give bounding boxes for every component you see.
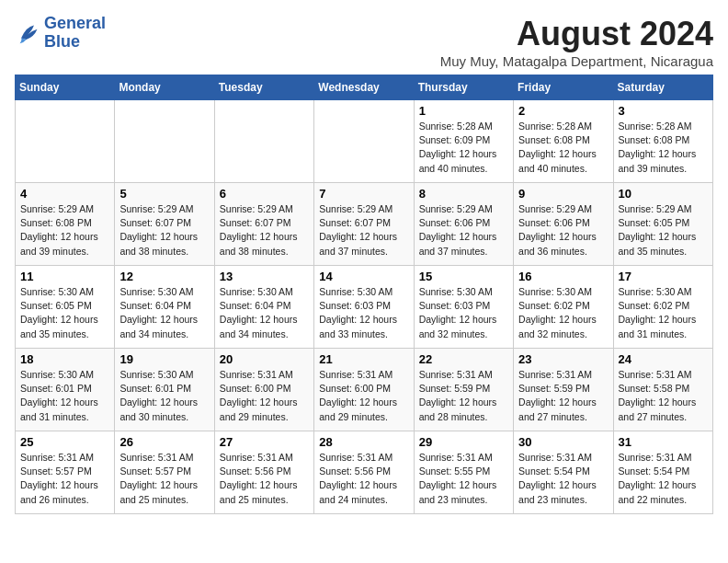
- day-number: 9: [518, 187, 608, 201]
- header: General Blue August 2024 Muy Muy, Mataga…: [15, 15, 713, 69]
- day-info: Sunrise: 5:29 AM Sunset: 6:07 PM Dayligh…: [220, 202, 309, 259]
- weekday-header-monday: Monday: [115, 75, 214, 100]
- day-number: 8: [419, 187, 508, 201]
- calendar-cell: [16, 100, 115, 183]
- weekday-header-sunday: Sunday: [16, 75, 115, 100]
- day-info: Sunrise: 5:30 AM Sunset: 6:03 PM Dayligh…: [319, 285, 408, 341]
- day-number: 3: [619, 104, 708, 118]
- day-info: Sunrise: 5:29 AM Sunset: 6:06 PM Dayligh…: [419, 202, 508, 259]
- calendar-cell: 25Sunrise: 5:31 AM Sunset: 5:57 PM Dayli…: [16, 431, 115, 514]
- calendar-cell: 21Sunrise: 5:31 AM Sunset: 6:00 PM Dayli…: [314, 349, 414, 431]
- calendar-cell: 10Sunrise: 5:29 AM Sunset: 6:05 PM Dayli…: [613, 183, 712, 266]
- day-info: Sunrise: 5:31 AM Sunset: 5:58 PM Dayligh…: [619, 368, 708, 424]
- calendar-cell: 17Sunrise: 5:30 AM Sunset: 6:02 PM Dayli…: [613, 266, 712, 349]
- day-info: Sunrise: 5:31 AM Sunset: 5:54 PM Dayligh…: [518, 451, 608, 507]
- day-number: 16: [518, 270, 608, 283]
- calendar-cell: 30Sunrise: 5:31 AM Sunset: 5:54 PM Dayli…: [514, 431, 613, 514]
- calendar-cell: 6Sunrise: 5:29 AM Sunset: 6:07 PM Daylig…: [214, 183, 313, 266]
- day-info: Sunrise: 5:30 AM Sunset: 6:01 PM Dayligh…: [119, 368, 209, 424]
- calendar-cell: 20Sunrise: 5:31 AM Sunset: 6:00 PM Dayli…: [214, 349, 313, 431]
- day-info: Sunrise: 5:31 AM Sunset: 5:59 PM Dayligh…: [518, 368, 608, 424]
- day-number: 12: [119, 270, 209, 283]
- calendar-cell: 7Sunrise: 5:29 AM Sunset: 6:07 PM Daylig…: [314, 183, 414, 266]
- day-number: 11: [20, 270, 109, 283]
- calendar-cell: 28Sunrise: 5:31 AM Sunset: 5:56 PM Dayli…: [314, 431, 414, 514]
- calendar-cell: [314, 100, 414, 183]
- title-area: August 2024 Muy Muy, Matagalpa Departmen…: [440, 15, 713, 69]
- weekday-header-row: SundayMondayTuesdayWednesdayThursdayFrid…: [16, 75, 713, 100]
- day-number: 19: [119, 352, 209, 366]
- day-number: 14: [319, 270, 408, 283]
- calendar-table: SundayMondayTuesdayWednesdayThursdayFrid…: [15, 75, 713, 514]
- week-row-2: 4Sunrise: 5:29 AM Sunset: 6:08 PM Daylig…: [16, 183, 713, 266]
- day-info: Sunrise: 5:31 AM Sunset: 5:57 PM Dayligh…: [20, 451, 109, 507]
- weekday-header-friday: Friday: [514, 75, 613, 100]
- day-number: 4: [20, 187, 109, 201]
- calendar-cell: 13Sunrise: 5:30 AM Sunset: 6:04 PM Dayli…: [214, 266, 313, 349]
- day-number: 26: [119, 435, 209, 449]
- calendar-cell: 5Sunrise: 5:29 AM Sunset: 6:07 PM Daylig…: [115, 183, 214, 266]
- calendar-cell: 8Sunrise: 5:29 AM Sunset: 6:06 PM Daylig…: [414, 183, 513, 266]
- calendar-cell: 16Sunrise: 5:30 AM Sunset: 6:02 PM Dayli…: [514, 266, 613, 349]
- calendar-cell: [214, 100, 313, 183]
- calendar-cell: 22Sunrise: 5:31 AM Sunset: 5:59 PM Dayli…: [414, 349, 513, 431]
- logo-icon: [15, 20, 40, 46]
- day-number: 10: [619, 187, 708, 201]
- day-info: Sunrise: 5:29 AM Sunset: 6:08 PM Dayligh…: [20, 202, 109, 259]
- day-info: Sunrise: 5:31 AM Sunset: 5:56 PM Dayligh…: [220, 451, 309, 507]
- calendar-cell: 3Sunrise: 5:28 AM Sunset: 6:08 PM Daylig…: [613, 100, 712, 183]
- calendar-cell: [115, 100, 214, 183]
- calendar-cell: 14Sunrise: 5:30 AM Sunset: 6:03 PM Dayli…: [314, 266, 414, 349]
- calendar-title: August 2024: [440, 15, 713, 53]
- day-number: 6: [220, 187, 309, 201]
- calendar-cell: 27Sunrise: 5:31 AM Sunset: 5:56 PM Dayli…: [214, 431, 313, 514]
- day-info: Sunrise: 5:30 AM Sunset: 6:01 PM Dayligh…: [20, 368, 109, 424]
- calendar-cell: 26Sunrise: 5:31 AM Sunset: 5:57 PM Dayli…: [115, 431, 214, 514]
- day-number: 23: [518, 352, 608, 366]
- day-info: Sunrise: 5:31 AM Sunset: 6:00 PM Dayligh…: [319, 368, 408, 424]
- day-info: Sunrise: 5:31 AM Sunset: 5:55 PM Dayligh…: [419, 451, 508, 507]
- day-info: Sunrise: 5:30 AM Sunset: 6:03 PM Dayligh…: [419, 285, 508, 341]
- calendar-cell: 12Sunrise: 5:30 AM Sunset: 6:04 PM Dayli…: [115, 266, 214, 349]
- calendar-cell: 18Sunrise: 5:30 AM Sunset: 6:01 PM Dayli…: [16, 349, 115, 431]
- day-number: 18: [20, 352, 109, 366]
- day-info: Sunrise: 5:30 AM Sunset: 6:05 PM Dayligh…: [20, 285, 109, 341]
- calendar-cell: 24Sunrise: 5:31 AM Sunset: 5:58 PM Dayli…: [613, 349, 712, 431]
- day-info: Sunrise: 5:31 AM Sunset: 5:59 PM Dayligh…: [419, 368, 508, 424]
- day-number: 22: [419, 352, 508, 366]
- logo: General Blue: [15, 15, 106, 52]
- day-info: Sunrise: 5:28 AM Sunset: 6:09 PM Dayligh…: [419, 120, 508, 176]
- calendar-cell: 9Sunrise: 5:29 AM Sunset: 6:06 PM Daylig…: [514, 183, 613, 266]
- logo-text-line1: General: [44, 15, 106, 33]
- day-number: 30: [518, 435, 608, 449]
- calendar-cell: 23Sunrise: 5:31 AM Sunset: 5:59 PM Dayli…: [514, 349, 613, 431]
- day-number: 15: [419, 270, 508, 283]
- calendar-cell: 19Sunrise: 5:30 AM Sunset: 6:01 PM Dayli…: [115, 349, 214, 431]
- weekday-header-saturday: Saturday: [613, 75, 712, 100]
- calendar-subtitle: Muy Muy, Matagalpa Department, Nicaragua: [440, 53, 713, 69]
- day-number: 1: [419, 104, 508, 118]
- week-row-4: 18Sunrise: 5:30 AM Sunset: 6:01 PM Dayli…: [16, 349, 713, 431]
- calendar-cell: 15Sunrise: 5:30 AM Sunset: 6:03 PM Dayli…: [414, 266, 513, 349]
- day-info: Sunrise: 5:30 AM Sunset: 6:02 PM Dayligh…: [619, 285, 708, 341]
- calendar-cell: 11Sunrise: 5:30 AM Sunset: 6:05 PM Dayli…: [16, 266, 115, 349]
- day-info: Sunrise: 5:31 AM Sunset: 5:54 PM Dayligh…: [619, 451, 708, 507]
- day-number: 7: [319, 187, 408, 201]
- calendar-cell: 31Sunrise: 5:31 AM Sunset: 5:54 PM Dayli…: [613, 431, 712, 514]
- day-number: 13: [220, 270, 309, 283]
- weekday-header-wednesday: Wednesday: [314, 75, 414, 100]
- day-info: Sunrise: 5:29 AM Sunset: 6:06 PM Dayligh…: [518, 202, 608, 259]
- day-number: 29: [419, 435, 508, 449]
- day-info: Sunrise: 5:30 AM Sunset: 6:04 PM Dayligh…: [220, 285, 309, 341]
- day-number: 17: [619, 270, 708, 283]
- day-number: 5: [119, 187, 209, 201]
- day-info: Sunrise: 5:28 AM Sunset: 6:08 PM Dayligh…: [518, 120, 608, 176]
- day-info: Sunrise: 5:31 AM Sunset: 5:57 PM Dayligh…: [119, 451, 209, 507]
- day-number: 2: [518, 104, 608, 118]
- day-number: 20: [220, 352, 309, 366]
- day-info: Sunrise: 5:28 AM Sunset: 6:08 PM Dayligh…: [619, 120, 708, 176]
- day-info: Sunrise: 5:29 AM Sunset: 6:07 PM Dayligh…: [119, 202, 209, 259]
- logo-text-line2: Blue: [44, 33, 106, 52]
- day-number: 31: [619, 435, 708, 449]
- calendar-cell: 1Sunrise: 5:28 AM Sunset: 6:09 PM Daylig…: [414, 100, 513, 183]
